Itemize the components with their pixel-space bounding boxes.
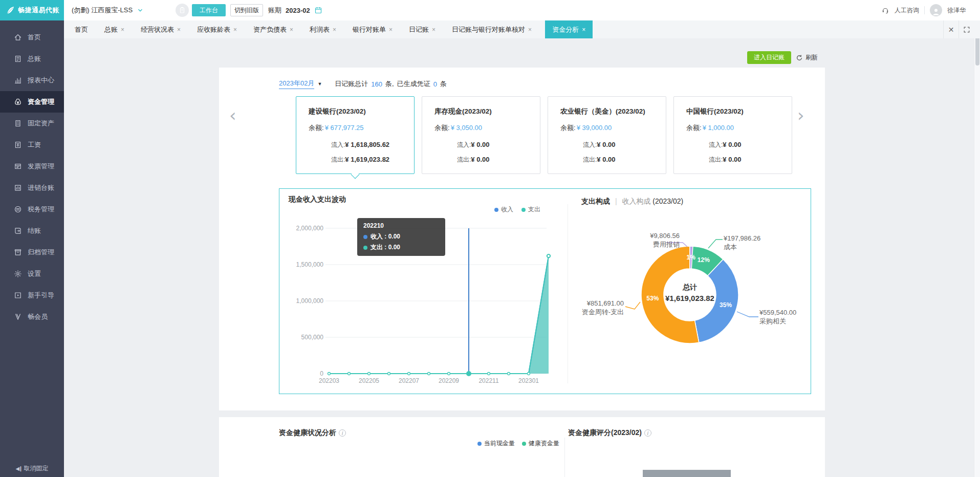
- app-logo: 畅捷通易代账: [0, 0, 64, 20]
- settings-icon: [14, 270, 22, 278]
- sidebar-item-member[interactable]: 畅会员: [0, 306, 64, 328]
- sidebar-item-report-center[interactable]: 报表中心: [0, 70, 64, 91]
- y-axis-tick: 1,500,000: [289, 261, 323, 268]
- sidebar-item-home[interactable]: 首页: [0, 27, 64, 48]
- payroll-icon: [14, 141, 22, 149]
- sidebar-item-invoice[interactable]: 发票管理: [0, 156, 64, 177]
- tab-home[interactable]: 首页: [72, 20, 91, 38]
- health-legend-item[interactable]: 当前现金量: [477, 439, 515, 448]
- sidebar-item-tax[interactable]: 税务管理: [0, 199, 64, 220]
- calendar-icon: [314, 6, 322, 14]
- ledger-icon: [14, 55, 22, 63]
- scrollbar[interactable]: [974, 20, 980, 477]
- support-link[interactable]: 人工咨询: [895, 6, 919, 15]
- close-tab-icon[interactable]: ×: [177, 26, 181, 33]
- tooltip-month: 202210: [363, 222, 439, 229]
- inflow-label: 流入:: [457, 141, 471, 148]
- x-axis-tick: 202205: [359, 377, 379, 384]
- tab-general-ledger[interactable]: 总账×: [101, 20, 127, 38]
- tab-profit[interactable]: 利润表×: [307, 20, 339, 38]
- unpin-sidebar-button[interactable]: ◀❙ 取消固定: [0, 460, 64, 477]
- clipboard-icon[interactable]: [176, 4, 189, 17]
- sidebar-item-purchase-sales[interactable]: 进销台账: [0, 177, 64, 199]
- account-card[interactable]: 库存现金(2023/02)余额:¥ 3,050.00流入:¥ 0.00流出:¥ …: [422, 96, 540, 174]
- pie-percent-label: 53%: [646, 295, 659, 302]
- account-card[interactable]: 中国银行(2023/02)余额:¥ 1,000.00流入:¥ 0.00流出:¥ …: [673, 96, 792, 174]
- pie-percent-label: 1%: [687, 254, 695, 261]
- tab-journal-bank-check[interactable]: 日记账与银行对账单核对×: [449, 20, 535, 38]
- tab-bank-statement[interactable]: 银行对账单×: [350, 20, 396, 38]
- chart-tooltip: 202210 收入 : 0.00支出 : 0.00: [357, 218, 445, 256]
- avatar[interactable]: [930, 4, 942, 16]
- tab-receivable-aging[interactable]: 应收账龄表×: [194, 20, 240, 38]
- sidebar-item-settings[interactable]: 设置: [0, 263, 64, 285]
- sidebar-item-payroll[interactable]: 工资: [0, 134, 64, 156]
- enter-journal-button[interactable]: 进入日记账: [747, 51, 791, 64]
- sidebar-item-funds[interactable]: 资金管理: [0, 91, 64, 113]
- workbench-button[interactable]: 工作台: [192, 4, 226, 16]
- sidebar-menu: 首页总账报表中心资金管理固定资产工资发票管理进销台账税务管理结账归档管理设置新手…: [0, 27, 64, 328]
- account-name: 建设银行(2023/02): [309, 107, 414, 116]
- user-name[interactable]: 徐泽华: [947, 6, 966, 15]
- carousel-prev-icon[interactable]: ‹: [229, 106, 236, 124]
- main-content: 进入日记账 刷新 2023年02月 ▼ 日记账总计 160 条, 已生成凭证 0…: [64, 38, 980, 477]
- close-tab-icon[interactable]: ×: [528, 26, 532, 33]
- health-legend-item[interactable]: 健康资金量: [522, 439, 559, 448]
- sidebar-item-archive[interactable]: 归档管理: [0, 242, 64, 263]
- expense-area: [329, 256, 549, 374]
- x-axis-tick: 202207: [399, 377, 419, 384]
- tab-operating-status[interactable]: 经营状况表×: [138, 20, 184, 38]
- sidebar-item-closing[interactable]: 结账: [0, 220, 64, 242]
- sidebar-item-guide[interactable]: 新手引导: [0, 285, 64, 306]
- inflow-value: ¥ 0.00: [723, 141, 741, 148]
- panel-divider: [564, 438, 565, 477]
- balance-value: ¥ 39,000.00: [577, 124, 612, 132]
- hover-point: [466, 371, 471, 376]
- month-selector[interactable]: 2023年02月: [279, 79, 314, 89]
- inflow-label: 流入:: [331, 141, 345, 148]
- close-tab-icon[interactable]: ×: [582, 26, 585, 33]
- pie-callout-label: ¥9,806.56费用报销: [598, 231, 680, 249]
- sidebar-item-general-ledger[interactable]: 总账: [0, 48, 64, 70]
- sidebar-item-fixed-assets[interactable]: 固定资产: [0, 113, 64, 134]
- inflow-value: ¥ 1,618,805.62: [345, 141, 389, 148]
- carousel-next-icon[interactable]: ›: [797, 106, 804, 124]
- collapse-pin-icon: ◀❙: [15, 466, 21, 471]
- balance-value: ¥ 677,977.25: [325, 124, 364, 132]
- switch-old-version-button[interactable]: 切到旧版: [230, 4, 263, 16]
- account-cards: 建设银行(2023/02)余额:¥ 677,977.25流入:¥ 1,618,8…: [296, 96, 792, 174]
- journal-summary-row: 2023年02月 ▼ 日记账总计 160 条, 已生成凭证 0 条: [279, 79, 448, 89]
- close-tab-icon[interactable]: ×: [333, 26, 336, 33]
- y-axis-tick: 500,000: [289, 334, 323, 341]
- company-selector[interactable]: (勿删) 江西服宝-LSS: [72, 0, 144, 20]
- selected-card-caret: [351, 170, 360, 179]
- tooltip-row: 支出 : 0.00: [363, 243, 439, 252]
- close-all-tabs-icon[interactable]: ✕: [943, 20, 959, 38]
- info-icon[interactable]: i: [644, 429, 651, 437]
- balance-label: 余额:: [560, 124, 576, 132]
- tab-journal[interactable]: 日记账×: [406, 20, 439, 38]
- chevron-down-icon: [137, 7, 144, 14]
- fullscreen-icon[interactable]: [959, 20, 974, 38]
- close-tab-icon[interactable]: ×: [290, 26, 293, 33]
- member-icon: [14, 313, 22, 321]
- fixed-assets-icon: [14, 119, 22, 127]
- tab-fund-analysis[interactable]: 资金分析×: [545, 20, 593, 38]
- refresh-button[interactable]: 刷新: [796, 53, 818, 62]
- tab-balance-sheet[interactable]: 资产负债表×: [250, 20, 296, 38]
- y-axis-tick: 1,000,000: [289, 297, 323, 305]
- month-caret-icon[interactable]: ▼: [317, 81, 322, 86]
- info-icon[interactable]: i: [339, 429, 346, 437]
- outflow-value: ¥ 0.00: [723, 156, 741, 163]
- account-card[interactable]: 农业银行（美金）(2023/02)余额:¥ 39,000.00流入:¥ 0.00…: [548, 96, 666, 174]
- archive-icon: [14, 248, 22, 256]
- close-tab-icon[interactable]: ×: [233, 26, 237, 33]
- account-name: 库存现金(2023/02): [434, 107, 540, 116]
- closing-icon: [14, 227, 22, 235]
- period-selector[interactable]: 账期 2023-02: [268, 0, 322, 20]
- account-card[interactable]: 建设银行(2023/02)余额:¥ 677,977.25流入:¥ 1,618,8…: [296, 96, 415, 174]
- close-tab-icon[interactable]: ×: [432, 26, 435, 33]
- close-tab-icon[interactable]: ×: [121, 26, 124, 33]
- close-tab-icon[interactable]: ×: [389, 26, 393, 33]
- top-header: (勿删) 江西服宝-LSS 工作台 切到旧版 账期 2023-02 人工咨询: [64, 0, 980, 20]
